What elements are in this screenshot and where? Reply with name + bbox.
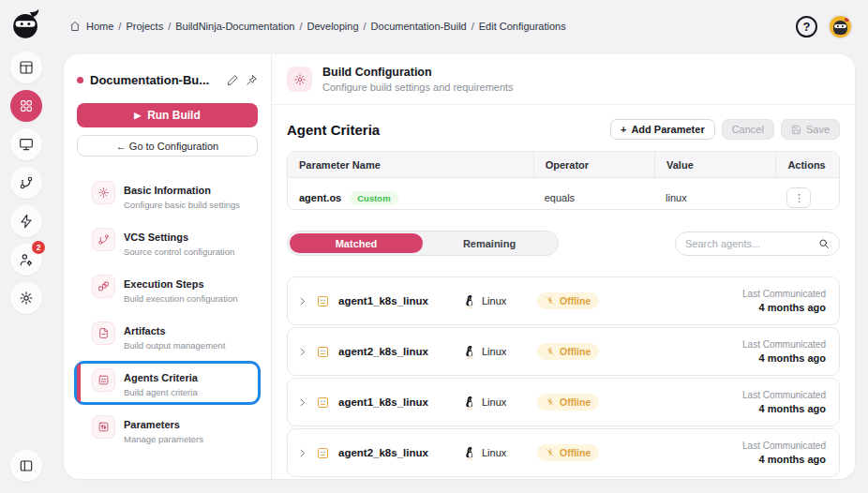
table-row: agent.os Custom equals linux ⋮ [288, 178, 839, 210]
chevron-right-icon[interactable] [297, 296, 307, 306]
nav-item-subtitle: Build agent criteria [124, 387, 198, 397]
rail-vcs-button[interactable] [10, 167, 42, 199]
agent-os: Linux [464, 345, 528, 359]
help-button[interactable]: ? [796, 16, 817, 37]
status-badge: Offline [537, 444, 599, 461]
edit-pencil-icon[interactable] [227, 74, 239, 86]
avatar-ninja-icon [833, 21, 847, 35]
custom-badge: Custom [350, 191, 397, 205]
user-avatar[interactable] [828, 14, 853, 39]
status-label: Offline [560, 346, 591, 357]
agent-card-icon [92, 368, 115, 392]
rail-monitor-button[interactable] [10, 128, 42, 160]
section-header: Agent Criteria + Add Parameter Cancel Sa… [272, 105, 855, 140]
rail-agents-button[interactable]: 2 [10, 244, 42, 276]
run-build-button[interactable]: ▶ Run Build [77, 103, 258, 127]
search-input[interactable] [685, 238, 813, 249]
rail-dashboard-button[interactable] [10, 52, 42, 83]
agents-tabs: Matched Remaining [287, 231, 559, 256]
nav-item-title: Parameters [124, 419, 180, 430]
rail-collapse-button[interactable] [10, 450, 42, 482]
nav-item-subtitle: Manage parameters [124, 434, 203, 444]
rail-activity-button[interactable] [10, 205, 42, 237]
breadcrumb-subproject[interactable]: Developing [307, 21, 358, 32]
tab-remaining[interactable]: Remaining [423, 233, 556, 253]
search-icon[interactable] [818, 238, 830, 249]
config-sidebar: Documentation-Bu... ▶ Run Build ← Go to … [64, 54, 272, 479]
run-build-label: Run Build [147, 109, 201, 122]
chevron-right-icon[interactable] [297, 347, 307, 357]
page-title: Build Configuration [322, 66, 514, 79]
agent-icon [316, 345, 330, 359]
nav-item-agents-criteria[interactable]: Agents CriteriaBuild agent criteria [77, 364, 258, 402]
gear-icon [19, 291, 34, 306]
plus-icon: + [621, 124, 626, 135]
breadcrumb-separator: / [364, 21, 367, 32]
agent-name: agent2_k8s_linux [338, 346, 443, 357]
agent-row[interactable]: agent2_k8s_linux Linux Offline Last Comm… [287, 327, 840, 376]
zap-icon [19, 214, 34, 229]
breadcrumb-separator: / [118, 21, 121, 32]
nav-item-subtitle: Build output management [124, 340, 225, 351]
sliders-icon [92, 415, 115, 439]
agent-row[interactable]: agent1_k8s_linux Linux Offline Last Comm… [287, 276, 840, 325]
nav-item-vcs-settings[interactable]: VCS SettingsSource control configuration [77, 223, 258, 261]
user-gear-icon [19, 252, 34, 267]
rail-projects-button[interactable] [10, 90, 42, 122]
play-icon: ▶ [134, 111, 141, 120]
nav-item-basic-information[interactable]: Basic InformationConfigure basic build s… [77, 176, 258, 215]
agent-icon [316, 446, 330, 460]
nav-item-artifacts[interactable]: ArtifactsBuild output management [77, 317, 258, 355]
breadcrumb-build[interactable]: Documentation-Build [371, 21, 467, 32]
chevron-right-icon[interactable] [297, 397, 307, 408]
gear-icon [287, 67, 312, 92]
agent-row[interactable]: agent2_k8s_linux Linux Offline Last Comm… [287, 428, 840, 477]
app-logo-ninja-icon[interactable] [8, 7, 44, 42]
breadcrumb-current[interactable]: Edit Configurations [479, 21, 566, 32]
section-title: Agent Criteria [287, 122, 610, 138]
rail-settings-button[interactable] [10, 282, 42, 314]
main-card: Documentation-Bu... ▶ Run Build ← Go to … [64, 54, 855, 479]
agent-row[interactable]: agent1_k8s_linux Linux Offline Last Comm… [287, 378, 840, 426]
last-communicated: Last Communicated 4 months ago [742, 390, 826, 414]
nav-item-title: Artifacts [124, 325, 166, 336]
status-label: Offline [560, 447, 591, 458]
config-title: Documentation-Bu... [90, 73, 220, 87]
breadcrumb-projects[interactable]: Projects [126, 21, 163, 32]
top-actions: ? [796, 14, 853, 39]
nav-item-subtitle: Build execution configuration [124, 293, 237, 304]
nav-item-execution-steps[interactable]: Execution StepsBuild execution configura… [77, 270, 258, 308]
agent-os-label: Linux [482, 447, 506, 458]
content-header: Build Configuration Configure build sett… [272, 54, 855, 105]
chevron-right-icon[interactable] [297, 448, 307, 458]
agent-os-label: Linux [482, 346, 506, 357]
breadcrumb: Home / Projects / BuildNinja-Documentati… [69, 21, 566, 32]
save-button[interactable]: Save [781, 119, 840, 140]
parameter-name: agent.os [299, 192, 341, 203]
breadcrumb-home[interactable]: Home [86, 21, 113, 32]
git-branch-icon [92, 228, 115, 251]
linux-penguin-icon [464, 396, 476, 410]
nav-item-title: VCS Settings [124, 232, 188, 243]
offline-zap-icon [546, 347, 555, 356]
question-icon: ? [803, 20, 811, 34]
nav-item-parameters[interactable]: ParametersManage parameters [77, 411, 258, 449]
tab-matched[interactable]: Matched [290, 233, 423, 253]
monitor-icon [19, 137, 34, 152]
col-operator: Operator [533, 152, 654, 177]
add-parameter-button[interactable]: + Add Parameter [610, 119, 715, 140]
layout-icon [19, 60, 34, 75]
breadcrumb-separator: / [471, 21, 474, 32]
row-actions-button[interactable]: ⋮ [786, 187, 811, 208]
go-to-configuration-label: ← Go to Configuration [116, 141, 218, 152]
notification-badge: 2 [32, 241, 45, 254]
breadcrumb-project[interactable]: BuildNinja-Documentation [175, 21, 294, 32]
pin-icon[interactable] [246, 74, 258, 86]
go-to-configuration-button[interactable]: ← Go to Configuration [77, 135, 258, 157]
last-communicated: Last Communicated 4 months ago [742, 339, 826, 364]
nav-item-title: Basic Information [124, 185, 211, 196]
offline-zap-icon [546, 397, 555, 407]
file-icon [92, 321, 115, 345]
status-dot [77, 77, 83, 83]
cancel-button[interactable]: Cancel [722, 119, 774, 140]
